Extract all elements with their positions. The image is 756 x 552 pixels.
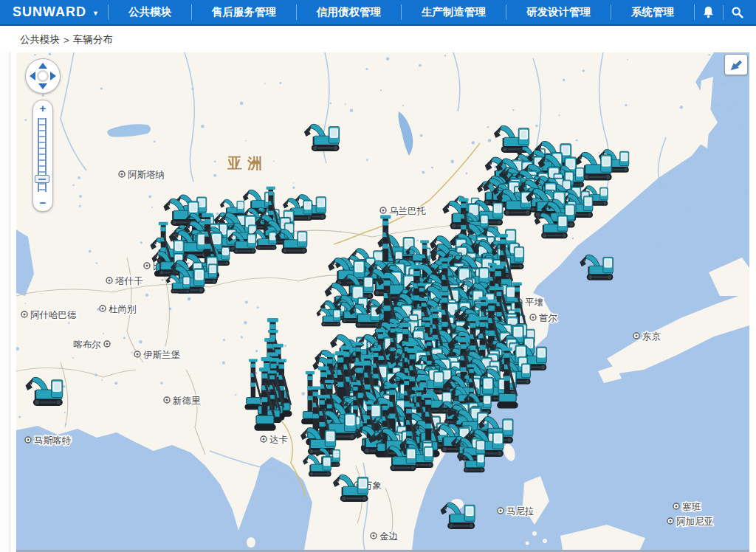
city-label: 平壤 — [525, 297, 544, 308]
city-label: 伊斯兰堡 — [143, 350, 181, 360]
city-label: 新德里 — [173, 396, 201, 406]
pan-right-icon[interactable] — [50, 72, 56, 80]
top-navigation-bar: SUNWARD ▼ 公共模块售后服务管理信用债权管理生产制造管理研发设计管理系统… — [0, 0, 756, 26]
vehicle-distribution-map[interactable]: 亚洲 阿斯塔纳乌兰巴托比什凯克塔什干杜尚别阿什哈巴德喀布尔伊斯兰堡新德里马斯喀特… — [16, 52, 749, 552]
nav-item-5[interactable]: 系统管理 — [611, 0, 694, 24]
city-marker: 阿什哈巴德 — [21, 310, 77, 320]
pan-center-button[interactable] — [37, 70, 49, 82]
city-label: 首尔 — [539, 313, 557, 323]
sidebar-collapsed-rail: ▶ — [0, 27, 10, 552]
main-nav: 公共模块售后服务管理信用债权管理生产制造管理研发设计管理系统管理 — [108, 0, 695, 24]
pan-up-icon[interactable] — [38, 63, 47, 69]
nav-item-1[interactable]: 售后服务管理 — [192, 0, 296, 24]
breadcrumb-page: 车辆分布 — [73, 33, 113, 46]
city-label: 喀布尔 — [74, 339, 102, 350]
overview-map-toggle[interactable] — [724, 54, 748, 75]
nav-item-0[interactable]: 公共模块 — [109, 0, 191, 24]
nav-item-3[interactable]: 生产制造管理 — [402, 0, 506, 24]
city-label: 阿什哈巴德 — [30, 310, 77, 320]
bell-icon[interactable] — [695, 0, 723, 24]
city-label: 马尼拉 — [506, 506, 535, 517]
map-zoom-control[interactable]: + − — [32, 100, 53, 212]
search-icon[interactable] — [724, 0, 752, 24]
pan-down-icon[interactable] — [38, 83, 47, 89]
city-label: 金边 — [379, 531, 398, 542]
nav-item-2[interactable]: 信用债权管理 — [297, 0, 401, 24]
city-label: 塞班 — [682, 502, 701, 512]
nav-item-4[interactable]: 研发设计管理 — [506, 0, 611, 24]
pan-left-icon[interactable] — [30, 72, 35, 80]
arrow-southwest-icon — [729, 58, 743, 72]
city-label: 杜尚别 — [109, 304, 137, 314]
chevron-down-icon: ▼ — [92, 10, 99, 17]
city-label: 塔什干 — [114, 276, 143, 286]
header-icons — [695, 0, 756, 24]
breadcrumb: 公共模块> 车辆分布 — [20, 33, 113, 46]
city-label: 阿加尼亚 — [676, 517, 714, 527]
city-label: 阿斯塔纳 — [128, 170, 165, 180]
map-pan-control[interactable] — [25, 58, 61, 94]
logo[interactable]: SUNWARD ▼ — [0, 0, 108, 24]
city-label: 东京 — [642, 331, 662, 342]
city-label: 马斯喀特 — [34, 435, 72, 446]
city-label: 乌兰巴托 — [389, 206, 427, 216]
breadcrumb-section[interactable]: 公共模块 — [20, 33, 60, 46]
breadcrumb-bar: 公共模块> 车辆分布 — [0, 27, 756, 52]
logo-text: SUNWARD — [13, 4, 86, 20]
region-label-asia: 亚洲 — [227, 155, 267, 171]
breadcrumb-separator: > — [63, 35, 69, 46]
zoom-in-button[interactable]: + — [33, 102, 52, 115]
city-label: 达卡 — [269, 435, 288, 445]
zoom-slider-handle[interactable] — [35, 175, 49, 183]
zoom-out-button[interactable]: − — [33, 196, 52, 210]
